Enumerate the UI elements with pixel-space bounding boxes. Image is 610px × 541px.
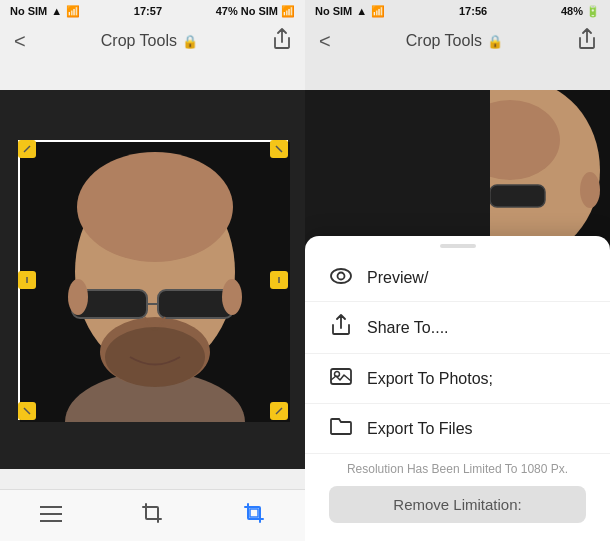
svg-point-10 (222, 279, 242, 315)
face-svg (20, 142, 290, 422)
face-container-left (0, 90, 305, 469)
wifi2-left: 📶 (281, 5, 295, 18)
nav-title-left: Crop Tools 🔒 (101, 32, 198, 50)
battery-right: 48% (561, 5, 583, 17)
top-gray-left (0, 60, 305, 90)
menu-icon-left[interactable] (40, 503, 62, 529)
status-bar-left: No SIM ▲ 📶 17:57 47% No SIM 📶 (0, 0, 305, 22)
sheet-handle (440, 244, 476, 248)
top-gray-right (305, 60, 610, 90)
status-right-info-left: 47% No SIM 📶 (216, 5, 295, 18)
signal-icon-left: ▲ (51, 5, 62, 17)
svg-point-3 (77, 152, 233, 262)
status-left-info: No SIM ▲ 📶 (10, 5, 80, 18)
image-area-left (0, 60, 305, 489)
right-panel: No SIM ▲ 📶 17:56 48% 🔋 < Crop Tools 🔒 (305, 0, 610, 541)
lock-icon-left: 🔒 (182, 34, 198, 49)
face-image-left (18, 140, 288, 420)
wifi-icon-left: 📶 (66, 5, 80, 18)
image-area-right: Preview/ Share To.... (305, 60, 610, 541)
export-photos-item[interactable]: Export To Photos; (305, 354, 610, 404)
svg-rect-14 (250, 509, 258, 517)
battery-icon-right: 🔋 (586, 5, 600, 18)
remove-limitation-button[interactable]: Remove Limitation: (329, 486, 586, 523)
svg-point-9 (68, 279, 88, 315)
back-button-right[interactable]: < (319, 30, 331, 53)
carrier-left: No SIM (10, 5, 47, 17)
share-button-left[interactable] (273, 28, 291, 55)
preview-icon (329, 266, 353, 289)
battery-left: 47% (216, 5, 238, 17)
status-right-info-right: 48% 🔋 (561, 5, 600, 18)
svg-point-8 (105, 327, 205, 387)
nav-bar-right: < Crop Tools 🔒 (305, 22, 610, 60)
time-right: 17:56 (459, 5, 487, 17)
crop-icon-left[interactable] (141, 502, 163, 530)
handle-mid-right[interactable] (270, 271, 288, 289)
svg-rect-6 (158, 290, 233, 318)
toolbar-left (0, 489, 305, 541)
svg-point-20 (331, 269, 351, 283)
svg-point-21 (338, 273, 345, 280)
carrier2-left: No SIM (241, 5, 278, 17)
export-files-item[interactable]: Export To Files (305, 404, 610, 454)
share-label: Share To.... (367, 319, 449, 337)
preview-label: Preview/ (367, 269, 428, 287)
export-files-label: Export To Files (367, 420, 473, 438)
export-photos-icon (329, 366, 353, 391)
share-icon (329, 314, 353, 341)
bottom-gray-left (0, 469, 305, 489)
handle-bottom-right[interactable] (270, 402, 288, 420)
status-left-info-right: No SIM ▲ 📶 (315, 5, 385, 18)
time-left: 17:57 (134, 5, 162, 17)
nav-title-right: Crop Tools 🔒 (406, 32, 503, 50)
handle-top-right[interactable] (270, 140, 288, 158)
signal-icon-right: ▲ (356, 5, 367, 17)
back-button-left[interactable]: < (14, 30, 26, 53)
share-button-right[interactable] (578, 28, 596, 55)
lock-icon-right: 🔒 (487, 34, 503, 49)
export-photos-label: Export To Photos; (367, 370, 493, 388)
svg-rect-22 (331, 369, 351, 384)
handle-top-left[interactable] (18, 140, 36, 158)
crop-active-icon-left[interactable] (243, 502, 265, 530)
export-files-icon (329, 416, 353, 441)
handle-bottom-left[interactable] (18, 402, 36, 420)
preview-item[interactable]: Preview/ (305, 254, 610, 302)
nav-bar-left: < Crop Tools 🔒 (0, 22, 305, 60)
wifi-icon-right: 📶 (371, 5, 385, 18)
svg-rect-17 (490, 185, 545, 207)
carrier-right: No SIM (315, 5, 352, 17)
handle-mid-left[interactable] (18, 271, 36, 289)
svg-point-19 (580, 172, 600, 208)
share-item[interactable]: Share To.... (305, 302, 610, 354)
left-panel: No SIM ▲ 📶 17:57 47% No SIM 📶 < Crop Too… (0, 0, 305, 541)
resolution-note: Resolution Has Been Limited To 1080 Px. (305, 454, 610, 482)
action-sheet: Preview/ Share To.... (305, 236, 610, 541)
status-bar-right: No SIM ▲ 📶 17:56 48% 🔋 (305, 0, 610, 22)
